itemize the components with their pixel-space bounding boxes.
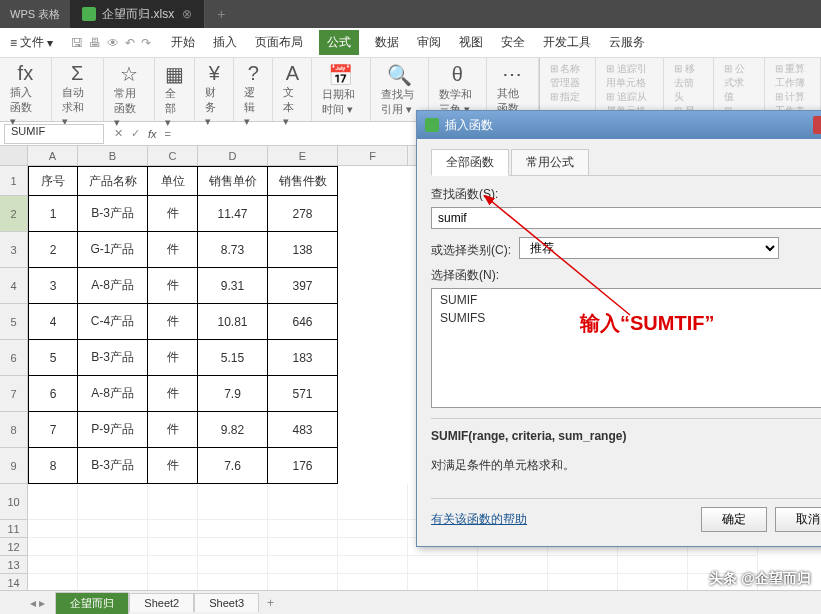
empty-cell[interactable] [28,538,78,556]
table-cell[interactable]: 6 [28,376,78,412]
empty-cell[interactable] [268,556,338,574]
table-cell[interactable]: P-9产品 [78,412,148,448]
search-input[interactable] [431,207,821,229]
fx-icon[interactable]: fx [148,128,157,140]
empty-cell[interactable] [478,556,548,574]
ribbon-自动求和[interactable]: Σ自动求和 ▾ [52,58,104,121]
sheet-nav[interactable]: ◂ ▸ [30,596,45,610]
row-header-6[interactable]: 6 [0,340,28,376]
save-icon[interactable]: 🖫 [71,36,83,50]
cancel-icon[interactable]: ✕ [114,127,123,140]
row-header-4[interactable]: 4 [0,268,28,304]
table-cell[interactable]: 8 [28,448,78,484]
ribbon-逻辑[interactable]: ?逻辑 ▾ [234,58,273,121]
sheet-tab-3[interactable]: Sheet3 [194,593,259,612]
row-header-9[interactable]: 9 [0,448,28,484]
empty-cell[interactable] [408,556,478,574]
menu-tab-数据[interactable]: 数据 [373,30,401,55]
empty-cell[interactable] [338,556,408,574]
table-cell[interactable]: B-3产品 [78,448,148,484]
col-header-B[interactable]: B [78,146,148,165]
table-cell[interactable]: 件 [148,376,198,412]
empty-cell[interactable] [268,538,338,556]
empty-cell[interactable] [78,484,148,520]
tab-common-formulas[interactable]: 常用公式 [511,149,589,175]
table-cell[interactable]: 件 [148,232,198,268]
table-cell[interactable]: 138 [268,232,338,268]
accept-icon[interactable]: ✓ [131,127,140,140]
file-menu[interactable]: ≡ 文件 ▾ [0,34,63,51]
close-tab-icon[interactable]: ⊗ [182,7,192,21]
col-header-F[interactable]: F [338,146,408,165]
empty-cell[interactable] [78,538,148,556]
table-cell[interactable]: B-3产品 [78,196,148,232]
menu-tab-公式[interactable]: 公式 [319,30,359,55]
col-header-E[interactable]: E [268,146,338,165]
row-header-1[interactable]: 1 [0,166,28,196]
ribbon-日期和时间[interactable]: 📅日期和时间 ▾ [312,58,370,121]
empty-cell[interactable] [28,484,78,520]
table-cell[interactable]: 1 [28,196,78,232]
function-list-item[interactable]: SUMIF [432,291,821,309]
empty-cell[interactable] [148,538,198,556]
table-cell[interactable]: 7.9 [198,376,268,412]
dialog-close-button[interactable]: ✕ [813,116,821,134]
table-cell[interactable]: 件 [148,268,198,304]
preview-icon[interactable]: 👁 [107,36,119,50]
table-cell[interactable]: 10.81 [198,304,268,340]
menu-tab-云服务[interactable]: 云服务 [607,30,647,55]
new-tab-button[interactable]: + [205,6,237,22]
empty-cell[interactable] [198,484,268,520]
table-cell[interactable]: 件 [148,196,198,232]
cancel-button[interactable]: 取消 [775,507,821,532]
table-cell[interactable]: 397 [268,268,338,304]
table-cell[interactable]: 176 [268,448,338,484]
redo-icon[interactable]: ↷ [141,36,151,50]
empty-cell[interactable] [268,520,338,538]
table-cell[interactable]: 483 [268,412,338,448]
menu-tab-审阅[interactable]: 审阅 [415,30,443,55]
ribbon-财务[interactable]: ¥财务 ▾ [195,58,234,121]
empty-cell[interactable] [78,520,148,538]
table-cell[interactable]: 278 [268,196,338,232]
ribbon-文本[interactable]: A文本 ▾ [273,58,312,121]
col-header-C[interactable]: C [148,146,198,165]
row-header-8[interactable]: 8 [0,412,28,448]
formula-input[interactable]: = [165,128,171,140]
table-cell[interactable]: 183 [268,340,338,376]
empty-cell[interactable] [618,556,688,574]
menu-tab-安全[interactable]: 安全 [499,30,527,55]
file-tab[interactable]: 企望而归.xlsx ⊗ [70,0,205,28]
row-header-12[interactable]: 12 [0,538,28,556]
table-cell[interactable]: 件 [148,304,198,340]
table-cell[interactable]: 件 [148,412,198,448]
empty-cell[interactable] [198,538,268,556]
col-header-D[interactable]: D [198,146,268,165]
add-sheet-button[interactable]: + [259,596,282,610]
ok-button[interactable]: 确定 [701,507,767,532]
empty-cell[interactable] [148,556,198,574]
empty-cell[interactable] [548,556,618,574]
table-cell[interactable]: 5 [28,340,78,376]
ribbon-常用函数[interactable]: ☆常用函数 ▾ [104,58,156,121]
row-header-13[interactable]: 13 [0,556,28,574]
empty-cell[interactable] [148,484,198,520]
print-icon[interactable]: 🖶 [89,36,101,50]
menu-tab-插入[interactable]: 插入 [211,30,239,55]
table-cell[interactable]: 7 [28,412,78,448]
row-header-3[interactable]: 3 [0,232,28,268]
sheet-tab-2[interactable]: Sheet2 [129,593,194,612]
empty-cell[interactable] [28,556,78,574]
ribbon-插入函数[interactable]: fx插入函数 ▾ [0,58,52,121]
sheet-tab-1[interactable]: 企望而归 [55,592,129,614]
table-cell[interactable]: 件 [148,448,198,484]
table-cell[interactable]: A-8产品 [78,268,148,304]
table-cell[interactable]: 3 [28,268,78,304]
empty-cell[interactable] [338,484,408,520]
dialog-titlebar[interactable]: 插入函数 ✕ [417,111,821,139]
row-header-10[interactable]: 10 [0,484,28,520]
ribbon-全部[interactable]: ▦全部 ▾ [155,58,195,121]
empty-cell[interactable] [268,484,338,520]
table-cell[interactable]: 646 [268,304,338,340]
select-all-corner[interactable] [0,146,28,165]
